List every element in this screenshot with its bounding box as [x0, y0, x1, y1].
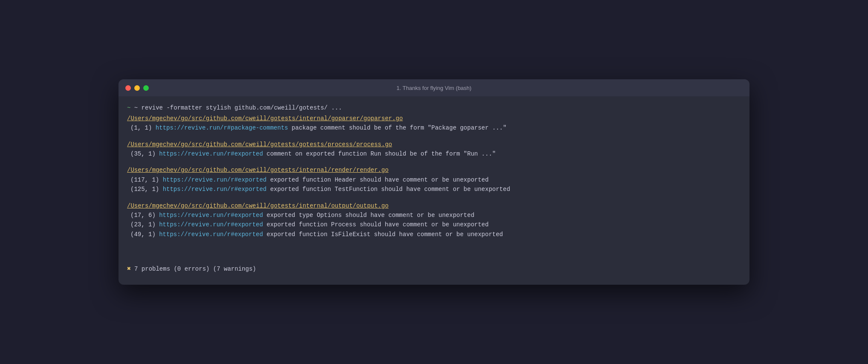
blank-spacer: [127, 246, 741, 255]
lint-entry-4-3: (49, 1) https://revive.run/r#exported ex…: [130, 230, 741, 239]
maximize-button[interactable]: [143, 85, 149, 91]
section-3: /Users/mgechev/go/src/github.com/cweill/…: [127, 165, 741, 194]
lint-entry-4-2: (23, 1) https://revive.run/r#exported ex…: [130, 220, 741, 229]
lint-entry-2-1: (35, 1) https://revive.run/r#exported co…: [130, 149, 741, 159]
file-path-1: /Users/mgechev/go/src/github.com/cweill/…: [127, 114, 741, 123]
file-path-4: /Users/mgechev/go/src/github.com/cweill/…: [127, 201, 741, 211]
prompt-command: ~ revive -formatter stylish github.com/c…: [134, 104, 342, 111]
summary-text: 7 problems (0 errors) (7 warnings): [134, 264, 256, 274]
lint-entry-4-1: (17, 6) https://revive.run/r#exported ex…: [130, 211, 741, 220]
titlebar: 1. Thanks for flying Vim (bash): [119, 79, 749, 96]
lint-entry-1-1: (1, 1) https://revive.run/r#package-comm…: [130, 123, 741, 133]
lint-entry-3-1: (117, 1) https://revive.run/r#exported e…: [130, 175, 741, 185]
summary-line: ✖ 7 problems (0 errors) (7 warnings): [127, 264, 741, 274]
prompt-line: ~ ~ revive -formatter stylish github.com…: [127, 103, 741, 113]
terminal-body: ~ ~ revive -formatter stylish github.com…: [119, 96, 749, 284]
section-4: /Users/mgechev/go/src/github.com/cweill/…: [127, 201, 741, 240]
file-path-2: /Users/mgechev/go/src/github.com/cweill/…: [127, 140, 741, 149]
window-title: 1. Thanks for flying Vim (bash): [396, 85, 472, 91]
file-path-3: /Users/mgechev/go/src/github.com/cweill/…: [127, 165, 741, 175]
close-button[interactable]: [125, 85, 131, 91]
section-2: /Users/mgechev/go/src/github.com/cweill/…: [127, 140, 741, 159]
traffic-lights: [125, 85, 149, 91]
terminal-window: 1. Thanks for flying Vim (bash) ~ ~ revi…: [119, 79, 749, 284]
lint-entry-3-2: (125, 1) https://revive.run/r#exported e…: [130, 185, 741, 194]
minimize-button[interactable]: [134, 85, 140, 91]
warning-icon: ✖: [127, 264, 131, 274]
section-1: /Users/mgechev/go/src/github.com/cweill/…: [127, 114, 741, 133]
prompt-tilde: ~: [127, 104, 130, 111]
